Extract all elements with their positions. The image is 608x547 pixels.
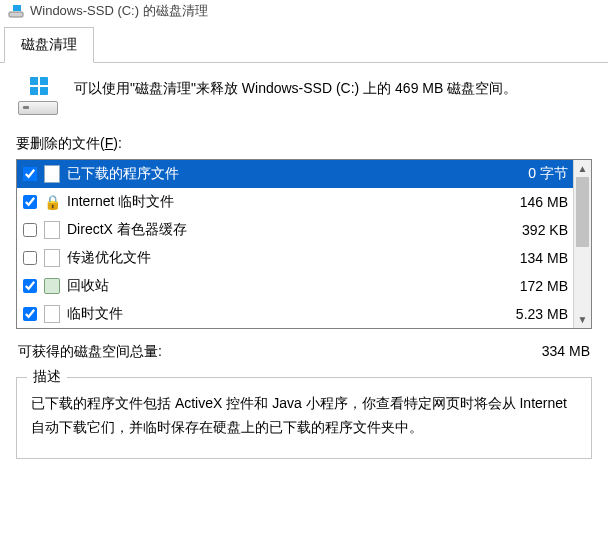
row-name: 已下载的程序文件 [67,165,520,183]
total-value: 334 MB [542,343,590,361]
svg-rect-0 [9,12,23,17]
row-checkbox[interactable] [23,223,37,237]
page-icon [43,165,61,183]
app-icon [8,3,24,19]
recycle-icon [43,277,61,295]
list-item[interactable]: 已下载的程序文件0 字节 [17,160,574,188]
disk-cleanup-window: Windows-SSD (C:) 的磁盘清理 磁盘清理 可以使用"磁盘清理"来释… [0,0,608,471]
total-row: 可获得的磁盘空间总量: 334 MB [16,343,592,361]
files-to-delete-label: 要删除的文件(F): [16,135,592,153]
intro-row: 可以使用"磁盘清理"来释放 Windows-SSD (C:) 上的 469 MB… [16,77,592,115]
blank-icon [43,249,61,267]
row-size: 146 MB [520,194,568,210]
row-size: 5.23 MB [516,306,568,322]
description-group: 描述 已下载的程序文件包括 ActiveX 控件和 Java 小程序，你查看特定… [16,377,592,459]
blank-icon [43,221,61,239]
titlebar: Windows-SSD (C:) 的磁盘清理 [0,0,608,26]
tab-strip: 磁盘清理 [0,26,608,63]
list-item[interactable]: 传递优化文件134 MB [17,244,574,272]
list-item[interactable]: 临时文件5.23 MB [17,300,574,328]
svg-rect-1 [13,5,21,11]
scroll-down-icon[interactable]: ▼ [574,311,591,328]
scroll-track[interactable] [574,177,591,311]
scrollbar[interactable]: ▲ ▼ [573,160,591,328]
blank-icon [43,305,61,323]
list-item[interactable]: 回收站172 MB [17,272,574,300]
row-size: 0 字节 [528,165,568,183]
tab-disk-cleanup[interactable]: 磁盘清理 [4,27,94,63]
lock-icon: 🔒 [43,193,61,211]
scroll-up-icon[interactable]: ▲ [574,160,591,177]
files-list[interactable]: 已下载的程序文件0 字节🔒Internet 临时文件146 MBDirectX … [16,159,592,329]
row-size: 392 KB [522,222,568,238]
row-name: 临时文件 [67,305,508,323]
description-body: 已下载的程序文件包括 ActiveX 控件和 Java 小程序，你查看特定网页时… [31,392,577,440]
row-name: DirectX 着色器缓存 [67,221,514,239]
row-size: 134 MB [520,250,568,266]
row-checkbox[interactable] [23,279,37,293]
list-item[interactable]: DirectX 着色器缓存392 KB [17,216,574,244]
tab-page: 可以使用"磁盘清理"来释放 Windows-SSD (C:) 上的 469 MB… [0,63,608,471]
list-item[interactable]: 🔒Internet 临时文件146 MB [17,188,574,216]
scroll-thumb[interactable] [576,177,589,247]
intro-text: 可以使用"磁盘清理"来释放 Windows-SSD (C:) 上的 469 MB… [74,77,592,99]
row-checkbox[interactable] [23,251,37,265]
row-size: 172 MB [520,278,568,294]
description-legend: 描述 [27,368,67,386]
row-name: 回收站 [67,277,512,295]
row-name: 传递优化文件 [67,249,512,267]
row-checkbox[interactable] [23,307,37,321]
row-checkbox[interactable] [23,195,37,209]
row-name: Internet 临时文件 [67,193,512,211]
window-title: Windows-SSD (C:) 的磁盘清理 [30,2,208,20]
row-checkbox[interactable] [23,167,37,181]
total-label: 可获得的磁盘空间总量: [18,343,162,361]
drive-icon [16,77,60,115]
